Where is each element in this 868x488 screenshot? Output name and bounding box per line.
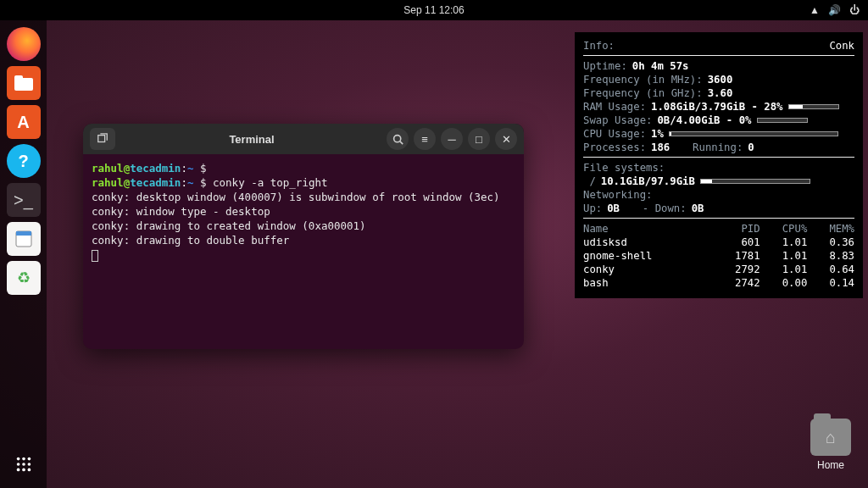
fs-root-bar [700, 179, 810, 184]
svg-rect-1 [14, 75, 23, 80]
dock-item-files[interactable] [7, 66, 41, 100]
proc-row: udisksd6011.010.36 [583, 236, 854, 249]
dock-item-trash[interactable]: ♻ [7, 261, 41, 295]
net-down-label: - Down: [643, 202, 687, 215]
divider [583, 55, 854, 56]
freq-ghz-label: Frequency (in GHz): [583, 86, 703, 100]
minimize-button[interactable]: ─ [441, 128, 463, 150]
dock-item-software[interactable]: A [7, 105, 41, 139]
running-label: Running: [693, 141, 743, 154]
desktop-icon-label: Home [810, 459, 851, 471]
svg-rect-13 [98, 136, 105, 142]
proc-header: PID [713, 222, 760, 236]
terminal-window[interactable]: Terminal ≡ ─ □ ✕ rahul@tecadmin:~ $ rahu… [83, 124, 524, 349]
svg-point-4 [16, 458, 19, 461]
proc-row: conky27921.010.64 [583, 263, 854, 276]
svg-point-14 [393, 135, 400, 141]
proc-value: 186 [651, 141, 670, 154]
proc-label: Processes: [583, 141, 646, 154]
power-icon[interactable]: ⏻ [849, 4, 860, 16]
uptime-label: Uptime: [583, 59, 627, 73]
swap-value: 0B/4.00GiB - 0% [657, 114, 751, 127]
conky-widget: Info: Conk Uptime: 0h 4m 57s Frequency (… [575, 32, 863, 298]
svg-point-10 [16, 469, 19, 472]
svg-point-12 [27, 469, 31, 472]
hamburger-menu-button[interactable]: ≡ [414, 128, 436, 150]
dock-show-applications[interactable] [7, 447, 41, 481]
freq-ghz-value: 3.60 [708, 86, 733, 100]
fs-heading: File systems: [583, 161, 854, 175]
fs-root-label: / [583, 175, 596, 188]
net-down-value: 0B [692, 202, 704, 215]
new-tab-button[interactable] [90, 128, 115, 150]
dock-item-help[interactable]: ? [7, 144, 41, 178]
net-up-value: 0B [607, 202, 620, 215]
swap-bar [757, 118, 808, 123]
freq-mhz-value: 3600 [708, 73, 733, 86]
home-folder-icon: ⌂ [810, 419, 851, 456]
terminal-body[interactable]: rahul@tecadmin:~ $ rahul@tecadmin:~ $ co… [83, 154, 524, 349]
dock-item-firefox[interactable] [7, 27, 41, 61]
conky-header-left: Info: [583, 39, 615, 53]
uptime-value: 0h 4m 57s [632, 59, 689, 73]
fs-root-value: 10.1GiB/97.9GiB [601, 175, 695, 188]
desktop-icon-home[interactable]: ⌂ Home [810, 419, 851, 471]
proc-row: gnome-shell17811.018.83 [583, 249, 854, 263]
proc-header: Name [583, 222, 713, 236]
network-icon[interactable]: ▲ [810, 4, 820, 16]
svg-rect-3 [16, 231, 31, 236]
svg-point-6 [27, 458, 31, 461]
system-status-area[interactable]: ▲ 🔊 ⏻ [810, 4, 860, 16]
cpu-label: CPU Usage: [583, 127, 646, 141]
ram-bar [788, 104, 839, 109]
cpu-bar [669, 131, 838, 136]
net-heading: Networking: [583, 188, 854, 202]
conky-header-right: Conk [829, 39, 854, 53]
search-button[interactable] [387, 128, 409, 150]
cpu-value: 1% [651, 127, 664, 141]
top-bar: Sep 11 12:06 ▲ 🔊 ⏻ [0, 0, 868, 20]
freq-mhz-label: Frequency (in MHz): [583, 73, 703, 86]
maximize-button[interactable]: □ [468, 128, 490, 150]
proc-header: MEM% [807, 222, 854, 236]
clock[interactable]: Sep 11 12:06 [403, 4, 464, 16]
dock: A ? >_ ♻ [0, 20, 47, 488]
svg-point-11 [22, 469, 25, 472]
net-up-label: Up: [583, 202, 602, 215]
ram-label: RAM Usage: [583, 100, 646, 114]
ram-value: 1.08GiB/3.79GiB - 28% [651, 100, 782, 114]
dock-item-terminal[interactable]: >_ [7, 183, 41, 217]
swap-label: Swap Usage: [583, 114, 652, 127]
proc-header: CPU% [760, 222, 808, 236]
divider [583, 218, 854, 219]
divider [583, 157, 854, 158]
svg-point-5 [22, 458, 25, 461]
running-value: 0 [748, 141, 754, 154]
terminal-titlebar[interactable]: Terminal ≡ ─ □ ✕ [83, 124, 524, 154]
svg-point-7 [16, 463, 19, 466]
process-table: NamePIDCPU%MEM% udisksd6011.010.36gnome-… [583, 222, 854, 290]
proc-row: bash27420.000.14 [583, 276, 854, 290]
svg-point-9 [27, 463, 31, 466]
volume-icon[interactable]: 🔊 [828, 4, 841, 16]
terminal-title: Terminal [122, 133, 381, 146]
close-button[interactable]: ✕ [495, 128, 517, 150]
dock-item-text-editor[interactable] [7, 222, 41, 256]
svg-point-8 [22, 463, 25, 466]
